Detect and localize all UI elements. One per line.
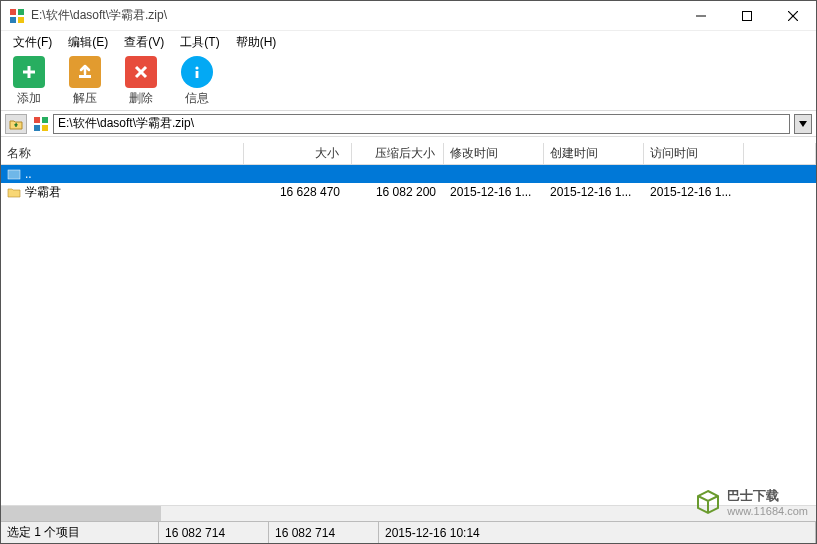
- col-header-packed[interactable]: 压缩后大小: [352, 143, 444, 164]
- address-input[interactable]: [53, 114, 790, 134]
- app-window: E:\软件\dasoft\学霸君.zip\ 文件(F) 编辑(E) 查看(V) …: [0, 0, 817, 544]
- svg-rect-5: [743, 11, 752, 20]
- minimize-button[interactable]: [678, 1, 724, 30]
- add-icon: [13, 56, 45, 88]
- add-button[interactable]: 添加: [9, 54, 49, 109]
- app-icon: [9, 8, 25, 24]
- folder-icon: [7, 186, 21, 198]
- window-controls: [678, 1, 816, 30]
- up-button[interactable]: [5, 114, 27, 134]
- menu-help[interactable]: 帮助(H): [228, 32, 285, 53]
- archive-icon: [33, 116, 49, 132]
- cell-packed: 16 082 200: [352, 185, 444, 199]
- svg-rect-14: [196, 71, 199, 78]
- svg-rect-10: [79, 75, 91, 78]
- column-headers: 名称 大小 压缩后大小 修改时间 创建时间 访问时间: [1, 143, 816, 165]
- col-header-extra[interactable]: [744, 143, 816, 164]
- status-size2: 16 082 714: [269, 522, 379, 543]
- svg-rect-16: [42, 117, 48, 123]
- col-header-name[interactable]: 名称: [1, 143, 244, 164]
- extract-label: 解压: [73, 90, 97, 107]
- svg-rect-3: [18, 17, 24, 23]
- info-label: 信息: [185, 90, 209, 107]
- svg-rect-2: [10, 17, 16, 23]
- table-row[interactable]: 学霸君16 628 47016 082 2002015-12-16 1...20…: [1, 183, 816, 201]
- menubar: 文件(F) 编辑(E) 查看(V) 工具(T) 帮助(H): [1, 31, 816, 53]
- close-icon: [788, 11, 798, 21]
- chevron-down-icon: [799, 121, 807, 127]
- up-folder-icon: [9, 118, 23, 130]
- menu-tools[interactable]: 工具(T): [172, 32, 227, 53]
- address-bar: [1, 111, 816, 137]
- svg-rect-15: [34, 117, 40, 123]
- cell-size: 16 628 470: [244, 185, 352, 199]
- status-time: 2015-12-16 10:14: [379, 522, 816, 543]
- col-header-ctime[interactable]: 创建时间: [544, 143, 644, 164]
- minimize-icon: [696, 11, 706, 21]
- maximize-button[interactable]: [724, 1, 770, 30]
- cell-name: 学霸君: [1, 184, 244, 201]
- add-label: 添加: [17, 90, 41, 107]
- col-header-mtime[interactable]: 修改时间: [444, 143, 544, 164]
- status-selection: 选定 1 个项目: [1, 522, 159, 543]
- svg-point-13: [195, 66, 198, 69]
- svg-rect-17: [34, 125, 40, 131]
- horizontal-scrollbar[interactable]: [1, 505, 816, 521]
- delete-button[interactable]: 删除: [121, 54, 161, 109]
- table-row[interactable]: ..: [1, 165, 816, 183]
- window-title: E:\软件\dasoft\学霸君.zip\: [31, 7, 678, 24]
- toolbar: 添加 解压 删除 信息: [1, 53, 816, 111]
- maximize-icon: [742, 11, 752, 21]
- scrollbar-thumb[interactable]: [1, 506, 161, 521]
- delete-label: 删除: [129, 90, 153, 107]
- file-name: 学霸君: [25, 184, 61, 201]
- delete-icon: [125, 56, 157, 88]
- svg-rect-1: [18, 9, 24, 15]
- statusbar: 选定 1 个项目 16 082 714 16 082 714 2015-12-1…: [1, 521, 816, 543]
- extract-icon: [69, 56, 101, 88]
- file-list[interactable]: ..学霸君16 628 47016 082 2002015-12-16 1...…: [1, 165, 816, 505]
- col-header-atime[interactable]: 访问时间: [644, 143, 744, 164]
- svg-rect-19: [8, 170, 20, 179]
- status-size1: 16 082 714: [159, 522, 269, 543]
- info-icon: [181, 56, 213, 88]
- svg-rect-0: [10, 9, 16, 15]
- cell-ctime: 2015-12-16 1...: [544, 185, 644, 199]
- col-header-size[interactable]: 大小: [244, 143, 352, 164]
- info-button[interactable]: 信息: [177, 54, 217, 109]
- menu-view[interactable]: 查看(V): [116, 32, 172, 53]
- parent-folder-icon: [7, 168, 21, 180]
- cell-name: ..: [1, 167, 244, 181]
- svg-rect-18: [42, 125, 48, 131]
- titlebar[interactable]: E:\软件\dasoft\学霸君.zip\: [1, 1, 816, 31]
- extract-button[interactable]: 解压: [65, 54, 105, 109]
- file-name: ..: [25, 167, 32, 181]
- cell-atime: 2015-12-16 1...: [644, 185, 744, 199]
- cell-mtime: 2015-12-16 1...: [444, 185, 544, 199]
- close-button[interactable]: [770, 1, 816, 30]
- menu-file[interactable]: 文件(F): [5, 32, 60, 53]
- address-dropdown[interactable]: [794, 114, 812, 134]
- menu-edit[interactable]: 编辑(E): [60, 32, 116, 53]
